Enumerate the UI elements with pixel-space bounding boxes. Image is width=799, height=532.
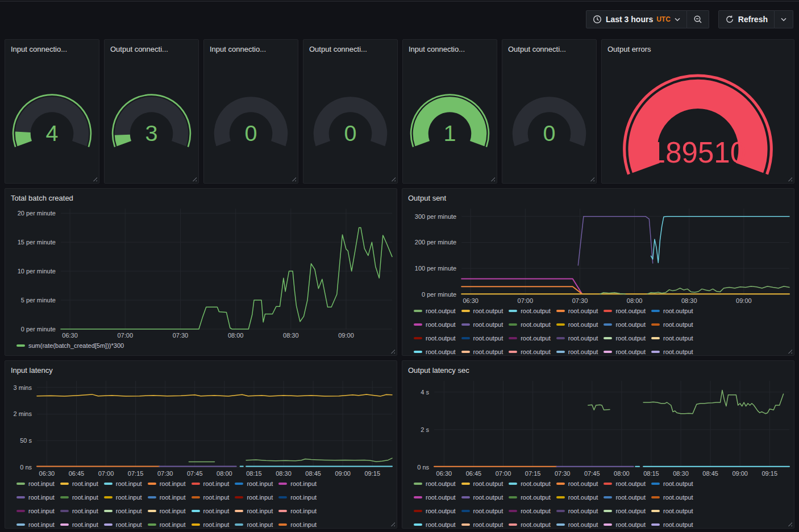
legend-item[interactable]: root.input [278, 480, 317, 488]
legend-item[interactable]: root.input [104, 480, 142, 488]
time-series-plot[interactable]: 06:3007:0007:3008:0008:3009:000 per minu… [402, 204, 794, 306]
time-series-plot[interactable]: 06:3007:0007:3008:0008:3009:000 per minu… [5, 204, 397, 340]
panel-title[interactable]: Input latency [5, 361, 397, 376]
legend-item[interactable]: root.output [461, 307, 503, 315]
legend-item[interactable]: root.input [104, 507, 142, 515]
legend-item[interactable]: root.input [148, 521, 186, 528]
series-line [246, 458, 392, 462]
legend-item[interactable]: root.output [414, 307, 456, 315]
time-range-picker[interactable]: Last 3 hours UTC [586, 10, 687, 28]
legend-item[interactable]: root.input [60, 493, 98, 501]
legend-item[interactable]: root.output [461, 321, 503, 329]
refresh-button[interactable]: Refresh [718, 10, 775, 28]
zoom-out-button[interactable] [687, 10, 709, 28]
panel-title[interactable]: Output errors [602, 40, 794, 55]
legend-item[interactable]: root.input [235, 507, 273, 515]
legend-item[interactable]: root.output [556, 348, 598, 355]
legend-item[interactable]: root.input [192, 480, 230, 488]
legend-item[interactable]: root.output [509, 521, 551, 528]
panel-title[interactable]: Total batch created [5, 189, 397, 204]
panel-title[interactable]: Input connectio... [403, 40, 497, 55]
legend-item[interactable]: root.input [235, 480, 273, 488]
panel-title[interactable]: Output latency sec [402, 361, 794, 376]
legend-item[interactable]: root.output [509, 321, 551, 329]
legend-item[interactable]: root.output [604, 480, 646, 488]
legend-item[interactable]: root.input [148, 480, 186, 488]
legend-item[interactable]: root.input [104, 493, 142, 501]
legend-item[interactable]: root.output [651, 521, 693, 528]
legend-item[interactable]: root.input [16, 507, 55, 515]
legend-item[interactable]: root.input [16, 493, 55, 501]
legend-item[interactable]: root.output [604, 507, 646, 515]
legend-item[interactable]: root.output [556, 521, 598, 528]
legend-item[interactable]: root.output [651, 348, 693, 355]
legend-item[interactable]: root.output [461, 334, 503, 342]
legend-item[interactable]: root.output [604, 334, 646, 342]
legend-item[interactable]: root.output [509, 348, 551, 355]
legend-item[interactable]: root.output [651, 507, 693, 515]
legend-item[interactable]: root.output [556, 507, 598, 515]
legend-item[interactable]: root.output [604, 521, 646, 528]
legend-item[interactable]: root.output [461, 493, 503, 501]
legend-item[interactable]: root.input [148, 507, 186, 515]
legend-item[interactable]: root.output [651, 307, 693, 315]
panel-title[interactable]: Output connecti... [303, 40, 397, 55]
legend-item[interactable]: root.output [414, 334, 456, 342]
legend-item[interactable]: root.input [148, 493, 186, 501]
legend-item[interactable]: root.output [604, 493, 646, 501]
x-tick-label: 07:30 [555, 470, 571, 477]
legend-item[interactable]: root.output [651, 480, 693, 488]
legend-item[interactable]: root.input [192, 521, 230, 528]
legend-item[interactable]: root.input [192, 493, 230, 501]
legend-item[interactable]: root.output [509, 307, 551, 315]
time-series-plot[interactable]: 06:3006:4507:0007:1507:3007:4508:0008:15… [402, 376, 794, 479]
legend-item[interactable]: root.output [414, 480, 456, 488]
legend-item[interactable]: root.output [414, 507, 456, 515]
legend-item[interactable]: root.output [414, 348, 456, 355]
legend-item[interactable]: root.output [556, 321, 598, 329]
legend-item[interactable]: root.output [461, 348, 503, 355]
legend-item[interactable]: root.output [651, 321, 693, 329]
legend-item[interactable]: root.output [461, 480, 503, 488]
legend-item[interactable]: root.output [556, 480, 598, 488]
panel-title[interactable]: Input connectio... [204, 40, 298, 55]
legend-item[interactable]: root.output [651, 334, 693, 342]
legend-item[interactable]: root.input [60, 521, 98, 528]
panel-title[interactable]: Output connecti... [502, 40, 596, 55]
panel-title[interactable]: Input connectio... [5, 40, 99, 55]
legend-item[interactable]: root.input [60, 480, 98, 488]
legend-item[interactable]: root.output [604, 321, 646, 329]
legend-item[interactable]: root.output [414, 521, 456, 528]
legend-item[interactable]: root.input [16, 480, 55, 488]
legend-series-label: root.input [247, 493, 273, 501]
time-series-plot[interactable]: 06:3006:4507:0007:1507:3007:4508:0008:15… [5, 376, 397, 479]
legend-item[interactable]: root.input [235, 521, 273, 528]
legend-item[interactable]: root.input [278, 507, 317, 515]
refresh-interval-dropdown[interactable] [775, 10, 793, 28]
legend-item[interactable]: root.output [414, 321, 456, 329]
panel-title[interactable]: Output connecti... [105, 40, 198, 55]
legend-item[interactable]: root.output [556, 334, 598, 342]
legend-item[interactable]: root.output [556, 493, 598, 501]
legend-item[interactable]: root.output [461, 507, 503, 515]
legend-item[interactable]: root.input [60, 507, 98, 515]
legend-item[interactable]: root.input [16, 521, 55, 528]
legend-item[interactable]: root.output [651, 493, 693, 501]
legend-item[interactable]: root.output [509, 493, 551, 501]
legend-item[interactable]: root.output [556, 307, 598, 315]
panel-title[interactable]: Output sent [402, 189, 794, 204]
legend-item[interactable]: root.input [278, 521, 317, 528]
legend-series-marker [414, 323, 422, 326]
legend-item[interactable]: root.input [192, 507, 230, 515]
legend-item[interactable]: root.output [604, 307, 646, 315]
legend-item[interactable]: root.output [509, 507, 551, 515]
legend-item[interactable]: root.input [235, 493, 273, 501]
legend-item[interactable]: sum(rate(batch_created[5m]))*300 [16, 342, 124, 350]
legend-item[interactable]: root.input [278, 493, 317, 501]
legend-item[interactable]: root.input [104, 521, 142, 528]
legend-item[interactable]: root.output [509, 334, 551, 342]
legend-item[interactable]: root.output [461, 521, 503, 528]
legend-item[interactable]: root.output [414, 493, 456, 501]
legend-item[interactable]: root.output [509, 480, 551, 488]
legend-item[interactable]: root.output [604, 348, 646, 355]
